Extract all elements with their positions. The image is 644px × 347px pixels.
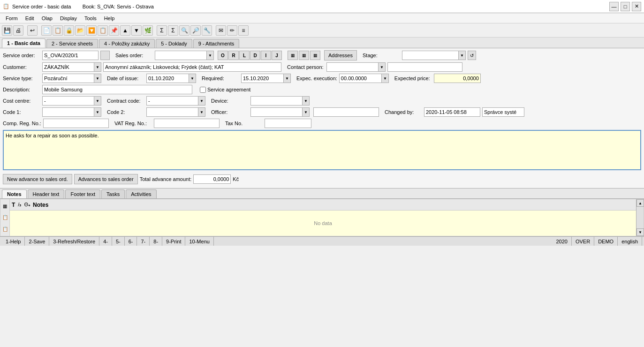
grid-view-btn2[interactable]: ▦ (299, 51, 309, 60)
sales-order-input[interactable] (155, 51, 206, 60)
service-type-dropdown[interactable]: ▼ (94, 74, 101, 83)
service-agreement-checkbox[interactable] (200, 87, 206, 93)
undo-button[interactable]: ↩ (27, 25, 38, 36)
bottom-tab-header-text[interactable]: Header text (28, 189, 65, 198)
contact-person-dropdown[interactable]: ▼ (378, 62, 386, 72)
addresses-button[interactable]: Addresses (324, 50, 357, 60)
service-type-input[interactable] (42, 74, 94, 83)
lock-button[interactable]: 🔒 (64, 25, 74, 36)
tab-attachments[interactable]: 9 - Attachments (193, 39, 239, 48)
menu-olap[interactable]: Olap (38, 15, 56, 22)
email-button[interactable]: ✉ (216, 25, 226, 36)
close-button[interactable]: ✕ (632, 2, 641, 11)
search2-button[interactable]: 🔎 (190, 25, 201, 36)
bottom-tab-tasks[interactable]: Tasks (101, 189, 125, 198)
notes-textarea[interactable]: He asks for a repair as soon as possible… (4, 131, 640, 168)
changed-by-input[interactable] (424, 107, 480, 117)
advances-sales-order-button[interactable]: Advances to sales order (74, 174, 138, 184)
service-order-input[interactable] (42, 51, 98, 60)
tab-basic-data[interactable]: 1 - Basic data (2, 38, 45, 48)
menu-help[interactable]: Help (100, 15, 119, 22)
status-f6[interactable]: 6- (125, 237, 137, 246)
officer-desc-input[interactable] (313, 107, 379, 117)
contact-person-name-input[interactable] (387, 62, 462, 72)
print-button[interactable]: 🖨 (13, 25, 23, 36)
menu-display[interactable]: Display (56, 15, 81, 22)
description-input[interactable] (42, 85, 192, 94)
clipboard2-button[interactable]: 📋 (98, 25, 108, 36)
wrench-button[interactable]: 🔧 (202, 25, 212, 36)
device-input[interactable] (250, 96, 302, 106)
tab-doklady[interactable]: 5 - Doklady (156, 39, 192, 48)
tree-button[interactable]: 🌿 (143, 25, 153, 36)
vat-reg-input[interactable] (154, 119, 220, 128)
menu-edit[interactable]: Edit (22, 15, 38, 22)
changed-by-name-input[interactable] (482, 107, 524, 117)
device-dropdown[interactable]: ▼ (302, 96, 310, 106)
up-button[interactable]: ▲ (120, 25, 130, 36)
sales-order-dropdown[interactable]: ▼ (206, 51, 214, 60)
search-button[interactable]: 🔍 (179, 25, 189, 36)
status-f3[interactable]: 3-Refresh/Restore (49, 237, 99, 246)
sum2-button[interactable]: Σ (168, 25, 178, 36)
bottom-tab-activities[interactable]: Activities (126, 189, 156, 198)
status-f7[interactable]: 7- (137, 237, 150, 246)
status-btn-o[interactable]: O (218, 51, 228, 60)
notes-theta-icon[interactable]: Θ₄ (24, 202, 30, 208)
filter-button[interactable]: 🔽 (86, 25, 97, 36)
stage-input[interactable] (402, 51, 458, 60)
edit2-button[interactable]: ✏ (227, 25, 237, 36)
code1-dropdown[interactable]: ▼ (94, 107, 101, 117)
officer-input[interactable] (250, 107, 302, 117)
required-dropdown[interactable]: ▼ (283, 74, 291, 83)
open-button[interactable]: 📂 (75, 25, 85, 36)
cost-centre-input[interactable] (42, 96, 94, 106)
notes-icon-3[interactable]: 📋 (1, 226, 8, 232)
code2-dropdown[interactable]: ▼ (198, 107, 205, 117)
notes-icon-2[interactable]: 📋 (1, 215, 8, 220)
tab-polozky[interactable]: 4 - Položky zakázky (99, 39, 155, 48)
officer-dropdown[interactable]: ▼ (302, 107, 310, 117)
status-btn-l[interactable]: L (239, 51, 250, 60)
notes-t-icon[interactable]: T (12, 202, 15, 208)
copy-button[interactable]: 📋 (53, 25, 63, 36)
status-f10[interactable]: 10-Menu (185, 237, 213, 246)
grid-view-btn3[interactable]: ▦ (310, 51, 320, 60)
notes-icon-1[interactable]: ▦ (1, 204, 8, 209)
tax-no-input[interactable] (265, 119, 311, 128)
status-f5[interactable]: 5- (112, 237, 125, 246)
save-button[interactable]: 💾 (2, 25, 12, 36)
date-of-issue-dropdown[interactable]: ▼ (189, 74, 196, 83)
status-btn-r[interactable]: R (228, 51, 239, 60)
customer-input[interactable] (42, 62, 94, 72)
cost-centre-dropdown[interactable]: ▼ (94, 96, 101, 106)
minimize-button[interactable]: — (609, 2, 619, 11)
date-of-issue-input[interactable] (146, 74, 189, 83)
bottom-tab-footer-text[interactable]: Footer text (65, 189, 100, 198)
grid-view-btn1[interactable]: ▦ (288, 51, 298, 60)
new-advance-button[interactable]: New advance to sales ord. (3, 174, 72, 184)
status-f8[interactable]: 8- (150, 237, 162, 246)
total-advance-input[interactable] (193, 174, 231, 184)
contract-code-dropdown[interactable]: ▼ (198, 96, 205, 106)
sum-button[interactable]: Σ (157, 25, 167, 36)
bottom-tab-notes[interactable]: Notes (2, 189, 27, 198)
maximize-button[interactable]: □ (621, 2, 630, 11)
paste-button[interactable]: 📌 (109, 25, 119, 36)
expec-execution-input[interactable] (339, 74, 381, 83)
new-button[interactable]: 📄 (41, 25, 52, 36)
stage-dropdown[interactable]: ▼ (458, 51, 466, 60)
status-btn-d[interactable]: D (250, 51, 260, 60)
scroll-up-btn[interactable]: ▲ (636, 199, 644, 207)
expec-execution-dropdown[interactable]: ▼ (381, 74, 389, 83)
status-f4[interactable]: 4- (99, 237, 112, 246)
stage-refresh-btn[interactable]: ↺ (468, 51, 476, 60)
required-input[interactable] (241, 74, 283, 83)
code1-input[interactable] (42, 107, 94, 117)
menu-button[interactable]: ≡ (238, 25, 249, 36)
menu-tools[interactable]: Tools (81, 15, 100, 22)
menu-form[interactable]: Form (2, 15, 22, 22)
contract-code-input[interactable] (146, 96, 198, 106)
customer-desc-input[interactable] (103, 62, 281, 72)
expected-price-input[interactable] (434, 74, 481, 83)
